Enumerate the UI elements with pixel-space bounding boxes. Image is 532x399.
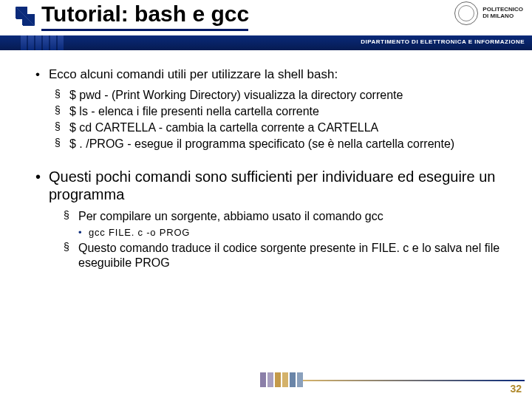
bullet-1b: $ ls - elenca i file presenti nella cart… bbox=[55, 104, 508, 119]
header-stripes-icon bbox=[21, 35, 65, 50]
title-underline bbox=[41, 29, 248, 31]
header: Tutorial: bash e gcc POLITECNICO DI MILA… bbox=[0, 0, 532, 35]
logo-seal-icon bbox=[454, 1, 478, 25]
bullet-1d: $ . /PROG - esegue il programma specific… bbox=[55, 137, 508, 151]
arrow-down-right-icon bbox=[13, 4, 37, 31]
bullet-2b: Questo comando traduce il codice sorgent… bbox=[64, 241, 508, 270]
header-bar: DIPARTIMENTO DI ELETTRONICA E INFORMAZIO… bbox=[0, 35, 532, 50]
page-number: 32 bbox=[510, 383, 522, 395]
bullet-2a: Per compilare un sorgente, abbiamo usato… bbox=[64, 209, 508, 224]
bullet-1a: $ pwd - (Print Working Directory) visual… bbox=[55, 88, 508, 103]
footer-stripes-icon bbox=[260, 372, 304, 387]
bullet-2: Questi pochi comandi sono sufficienti pe… bbox=[35, 168, 508, 203]
logo-text: POLITECNICO DI MILANO bbox=[482, 7, 523, 20]
slide: Tutorial: bash e gcc POLITECNICO DI MILA… bbox=[0, 0, 532, 399]
bullet-1c: $ cd CARTELLA - cambia la cartella corre… bbox=[55, 120, 508, 135]
department-label: DIPARTIMENTO DI ELETTRONICA E INFORMAZIO… bbox=[361, 38, 525, 45]
bullet-2a1: gcc FILE. c -o PROG bbox=[78, 227, 508, 238]
page-title: Tutorial: bash e gcc bbox=[41, 1, 249, 27]
bullet-1: Ecco alcuni comandi utili per utilizzare… bbox=[35, 66, 508, 82]
logo: POLITECNICO DI MILANO bbox=[454, 1, 523, 25]
footer-line bbox=[303, 380, 525, 381]
content: Ecco alcuni comandi utili per utilizzare… bbox=[35, 66, 508, 273]
